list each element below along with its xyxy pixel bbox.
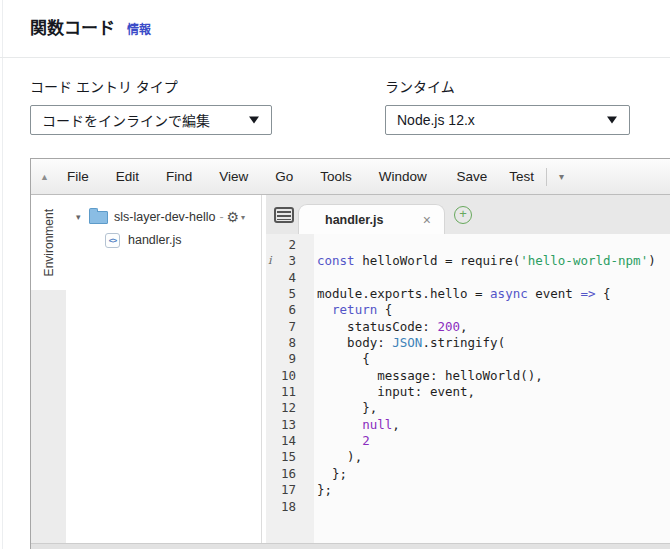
code-line: statusCode: 200, — [317, 319, 670, 335]
panel-header: 関数コード 情報 — [30, 14, 151, 39]
function-code-panel: 関数コード 情報 コード エントリ タイプ コードをインラインで編集 ランタイム… — [0, 0, 670, 549]
tab-list-icon[interactable] — [274, 207, 294, 223]
tree-folder-row[interactable]: ▾ sls-layer-dev-hello - ⚙▾ — [66, 206, 261, 228]
tab-bar: handler.js × + — [266, 195, 670, 234]
folder-label: sls-layer-dev-hello — [114, 210, 215, 224]
save-button[interactable]: Save — [456, 169, 487, 184]
side-tab-strip: Environment — [31, 195, 66, 549]
line-number: 8 — [266, 335, 296, 351]
info-link[interactable]: 情報 — [127, 20, 151, 37]
menu-item-view[interactable]: View — [219, 169, 248, 184]
line-number-gutter: 23i456789101112131415161718 — [266, 234, 314, 549]
test-dropdown-icon[interactable]: ▾ — [559, 171, 564, 182]
js-file-icon: <> — [105, 233, 120, 248]
editor-actions: Save Test ▾ — [456, 168, 564, 186]
code-line — [317, 270, 670, 286]
editor-body: Environment ▾ sls-layer-dev-hello - ⚙▾ <… — [31, 195, 670, 549]
close-tab-icon[interactable]: × — [423, 212, 431, 228]
code-line: input: event, — [317, 384, 670, 400]
code-line: return { — [317, 302, 670, 318]
gear-icon[interactable]: ⚙▾ — [226, 209, 245, 225]
line-number: 17 — [266, 482, 296, 498]
folder-icon — [89, 211, 108, 224]
header-divider — [0, 57, 670, 58]
line-number: 4 — [266, 270, 296, 286]
panel-left-border — [2, 0, 3, 549]
code-line: ), — [317, 449, 670, 465]
menu-item-find[interactable]: Find — [166, 169, 192, 184]
runtime-label: ランタイム — [385, 76, 630, 96]
code-editor: ▲ FileEditFindViewGoToolsWindow Save Tes… — [30, 158, 670, 549]
code-line: module.exports.hello = async event => { — [317, 286, 670, 302]
new-tab-icon[interactable]: + — [454, 206, 472, 224]
line-number: 13 — [266, 417, 296, 433]
info-marker-icon: i — [268, 254, 272, 268]
code-line: message: helloWorld(), — [317, 368, 670, 384]
folder-label-truncation: - — [219, 210, 223, 224]
menu-item-go[interactable]: Go — [275, 169, 293, 184]
test-button[interactable]: Test — [509, 169, 534, 184]
tree-file-row[interactable]: <> handler.js — [66, 229, 261, 251]
chevron-down-icon — [607, 117, 617, 124]
line-number: 3i — [266, 253, 296, 269]
tab-handler-js[interactable]: handler.js × — [298, 204, 445, 234]
runtime-value: Node.js 12.x — [397, 112, 475, 128]
line-number: 15 — [266, 449, 296, 465]
code-area[interactable]: 23i456789101112131415161718 const helloW… — [266, 234, 670, 549]
code-line — [317, 237, 670, 253]
code-line: null, — [317, 417, 670, 433]
code-line: body: JSON.stringify( — [317, 335, 670, 351]
menu-item-file[interactable]: File — [67, 169, 89, 184]
editor-menu: FileEditFindViewGoToolsWindow — [67, 169, 427, 184]
code-line — [317, 499, 670, 515]
editor-bottom-bar — [31, 543, 670, 549]
chevron-down-icon — [249, 117, 259, 124]
file-tree: ▾ sls-layer-dev-hello - ⚙▾ <> handler.js — [66, 195, 262, 549]
runtime-field: ランタイム Node.js 12.x — [385, 76, 630, 135]
line-number: 12 — [266, 400, 296, 416]
line-number: 6 — [266, 302, 296, 318]
line-number: 16 — [266, 466, 296, 482]
menu-item-window[interactable]: Window — [379, 169, 427, 184]
code-line: { — [317, 351, 670, 367]
code-line: const helloWorld = require('hello-world-… — [317, 253, 670, 269]
line-number: 11 — [266, 384, 296, 400]
file-label: handler.js — [128, 233, 182, 247]
code-entry-type-field: コード エントリ タイプ コードをインラインで編集 — [30, 76, 272, 135]
code-line: }; — [317, 466, 670, 482]
line-number: 2 — [266, 237, 296, 253]
code-content[interactable]: const helloWorld = require('hello-world-… — [314, 234, 670, 549]
tab-label: handler.js — [325, 213, 383, 227]
actions-separator — [546, 168, 547, 186]
tab-environment[interactable]: Environment — [31, 195, 66, 290]
menu-item-tools[interactable]: Tools — [320, 169, 352, 184]
editor-menubar: ▲ FileEditFindViewGoToolsWindow Save Tes… — [31, 159, 670, 195]
line-number: 18 — [266, 499, 296, 515]
line-number: 7 — [266, 319, 296, 335]
line-number: 14 — [266, 433, 296, 449]
code-entry-type-value: コードをインラインで編集 — [42, 110, 210, 130]
line-number: 9 — [266, 351, 296, 367]
page-title: 関数コード — [30, 14, 115, 39]
line-number: 10 — [266, 368, 296, 384]
code-pane: handler.js × + 23i4567891011121314151617… — [266, 195, 670, 549]
menu-item-edit[interactable]: Edit — [116, 169, 139, 184]
line-number: 5 — [266, 286, 296, 302]
code-line: 2 — [317, 433, 670, 449]
chevron-expanded-icon[interactable]: ▾ — [76, 212, 89, 222]
code-line: }, — [317, 400, 670, 416]
gear-caret-icon: ▾ — [241, 213, 245, 222]
environment-tab-label: Environment — [42, 209, 56, 276]
code-entry-type-label: コード エントリ タイプ — [30, 76, 272, 96]
runtime-select[interactable]: Node.js 12.x — [385, 105, 630, 135]
code-line: }; — [317, 482, 670, 498]
code-entry-type-select[interactable]: コードをインラインで編集 — [30, 105, 272, 135]
collapse-editor-icon[interactable]: ▲ — [40, 172, 49, 182]
